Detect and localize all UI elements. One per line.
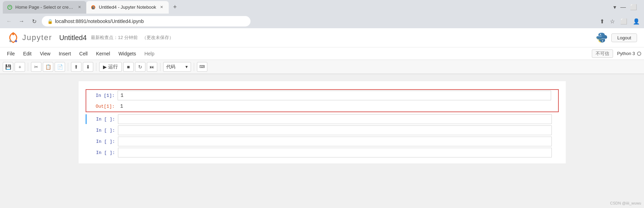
toolbar-sep-4 [160, 63, 160, 71]
toolbar-sep-1 [28, 63, 28, 71]
cell-type-value: 代码 [166, 64, 175, 70]
tab-jupyter-favicon: 📓 [90, 5, 96, 10]
svg-point-5 [9, 40, 11, 42]
cell-type-chevron: ▾ [185, 64, 188, 69]
window-controls: ▾ — ⬜ [613, 4, 641, 10]
add-cell-button[interactable]: + [15, 62, 25, 72]
toolbar: 💾 + ✂ 📋 📄 ⬆ ⬇ ▶ ▶ 运行 运行 ■ ↻ ⏭ 代码 ▾ ⌨ [0, 60, 644, 74]
menu-edit[interactable]: Edit [19, 49, 36, 58]
interrupt-kernel-button[interactable]: ■ [123, 62, 134, 72]
toolbar-sep-5 [194, 63, 194, 71]
minimize-icon[interactable]: ▾ [613, 4, 616, 10]
run-icon: ▶ [103, 64, 107, 70]
bookmark-icon[interactable]: ☆ [610, 18, 615, 25]
address-input[interactable]: 🔒 localhost:8891/notebooks/Untitled4.ipy… [42, 16, 251, 26]
new-tab-button[interactable]: + [170, 2, 180, 12]
restore-icon[interactable]: ⬜ [630, 4, 637, 10]
menu-widgets[interactable]: Widgets [114, 49, 140, 58]
empty-cell-2-prompt: In [ ]: [87, 128, 118, 133]
menu-view[interactable]: View [36, 49, 55, 58]
jupyter-header: Jupyter Untitled4 最新检查点：12 分钟前 （更改未保存） [0, 28, 644, 74]
jupyter-logo[interactable]: Jupyter [7, 31, 52, 44]
reload-button[interactable]: ↻ [29, 16, 39, 26]
csdn-watermark: CSDN @iiii_wuwu [610, 201, 641, 205]
keyboard-shortcuts-button[interactable]: ⌨ [197, 62, 207, 72]
notebook-container: In [1]: 1 Out[1]: 1 In [ ]: In [ ]: [79, 81, 566, 163]
notebook-info: Untitled4 最新检查点：12 分钟前 （更改未保存） [59, 34, 174, 42]
tab-home-close[interactable]: ✕ [77, 5, 82, 10]
active-cell-prompt: In [ ]: [87, 117, 118, 122]
empty-cell-4-input[interactable] [118, 148, 552, 157]
address-bar: ← → ↻ 🔒 localhost:8891/notebooks/Untitle… [0, 14, 644, 28]
empty-cell-2-input[interactable] [118, 125, 552, 135]
empty-cell-3-prompt: In [ ]: [87, 139, 118, 144]
svg-point-6 [15, 40, 17, 42]
run-button[interactable]: ▶ ▶ 运行 运行 [99, 62, 122, 72]
jupyter-top-bar: Jupyter Untitled4 最新检查点：12 分钟前 （更改未保存） [0, 28, 644, 47]
svg-point-4 [12, 33, 14, 35]
browser-chrome: Home Page - Select or create ✕ 📓 Untitle… [0, 0, 644, 28]
empty-cell-2[interactable]: In [ ]: [87, 125, 559, 135]
back-button[interactable]: ← [4, 16, 14, 26]
content-area: In [1]: 1 Out[1]: 1 In [ ]: In [ ]: [0, 74, 644, 170]
checkpoint-info: 最新检查点：12 分钟前 [91, 34, 138, 41]
jupyter-logo-icon [7, 31, 19, 44]
forward-button[interactable]: → [17, 16, 26, 26]
move-cell-up-button[interactable]: ⬆ [71, 62, 81, 72]
jupyter-header-right: Logout [596, 32, 637, 43]
empty-cell-3[interactable]: In [ ]: [87, 137, 559, 146]
share-icon[interactable]: ⬆ [600, 18, 604, 25]
toolbar-sep-3 [96, 63, 96, 71]
empty-cell-4[interactable]: In [ ]: [87, 148, 559, 157]
tab-bar: Home Page - Select or create ✕ 📓 Untitle… [0, 0, 644, 14]
save-button[interactable]: 💾 [3, 62, 13, 72]
notebook-title[interactable]: Untitled4 [59, 34, 87, 42]
menu-file[interactable]: File [3, 49, 19, 58]
tab-jupyter[interactable]: 📓 Untitled4 - Jupyter Notebook ✕ [86, 1, 169, 14]
menu-bar: File Edit View Insert Cell Kernel Widget… [0, 47, 644, 60]
menu-insert[interactable]: Insert [55, 49, 75, 58]
empty-cell-4-prompt: In [ ]: [87, 150, 118, 155]
unsaved-info: （更改未保存） [142, 34, 174, 41]
tab-jupyter-title: Untitled4 - Jupyter Notebook [99, 5, 156, 10]
active-cell-input[interactable] [118, 114, 552, 124]
svg-point-7 [600, 34, 601, 35]
tab-home-favicon [7, 5, 13, 10]
kernel-trust-status[interactable]: 不可信 [592, 49, 613, 58]
jupyter-wordmark: Jupyter [22, 33, 52, 42]
svg-point-8 [602, 40, 603, 41]
active-empty-cell[interactable]: In [ ]: [86, 114, 559, 124]
window-chevron-icon[interactable]: — [620, 4, 626, 10]
restart-kernel-button[interactable]: ↻ [135, 62, 145, 72]
profile-icon[interactable]: 👤 [633, 18, 640, 25]
cell-in-line: In [1]: 1 [86, 90, 558, 101]
tab-home[interactable]: Home Page - Select or create ✕ [3, 1, 86, 14]
paste-cell-button[interactable]: 📄 [55, 62, 65, 72]
split-screen-icon[interactable]: ⬜ [620, 18, 627, 25]
move-cell-down-button[interactable]: ⬇ [83, 62, 93, 72]
cell-type-dropdown[interactable]: 代码 ▾ [163, 62, 191, 72]
cell-out-prompt: Out[1]: [86, 104, 118, 109]
browser-action-icons: ⬆ ☆ ⬜ 👤 [600, 18, 640, 25]
cell-in-input[interactable]: 1 [118, 91, 551, 100]
main-area: In [1]: 1 Out[1]: 1 In [ ]: In [ ]: [0, 74, 644, 170]
kernel-name-display: Python 3 [617, 51, 641, 56]
cut-cell-button[interactable]: ✂ [31, 62, 41, 72]
toolbar-sep-2 [68, 63, 68, 71]
empty-cell-3-input[interactable] [118, 137, 552, 146]
cell-out-output: 1 [118, 102, 551, 111]
logout-button[interactable]: Logout [611, 33, 637, 42]
tab-jupyter-close[interactable]: ✕ [159, 5, 165, 10]
tab-home-title: Home Page - Select or create [15, 5, 74, 10]
address-text: localhost:8891/notebooks/Untitled4.ipynb [55, 18, 144, 24]
svg-point-0 [8, 5, 12, 9]
restart-run-all-button[interactable]: ⏭ [147, 62, 157, 72]
copy-cell-button[interactable]: 📋 [43, 62, 53, 72]
menu-right-controls: 不可信 Python 3 [592, 49, 641, 58]
menu-kernel[interactable]: Kernel [92, 49, 114, 58]
menu-help[interactable]: Help [140, 49, 159, 58]
kernel-name-text: Python 3 [617, 51, 635, 56]
selected-cell-block[interactable]: In [1]: 1 Out[1]: 1 [86, 89, 559, 112]
kernel-status-circle [637, 52, 641, 56]
menu-cell[interactable]: Cell [75, 49, 92, 58]
